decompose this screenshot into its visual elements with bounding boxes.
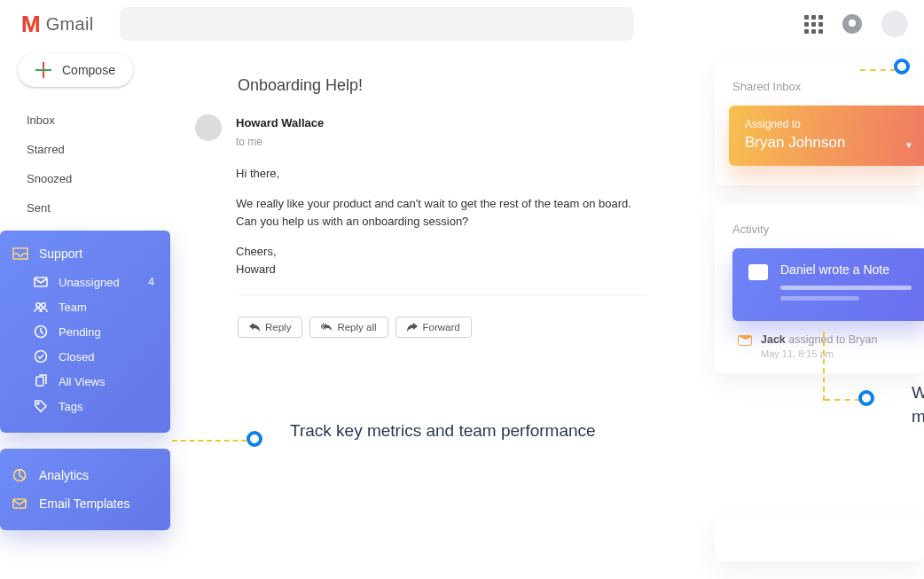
shared-inbox-label: Shared Inbox [732,80,924,93]
notifications-icon[interactable] [842,14,862,34]
note-line-placeholder [780,286,912,290]
callout-cut-text: W m [912,381,924,428]
pie-chart-icon [12,468,27,482]
svg-rect-5 [36,377,43,386]
note-title: Daniel wrote a Note [780,262,912,277]
support-header[interactable]: Support [0,243,170,270]
support-tags[interactable]: Tags [0,394,170,419]
envelope-icon [12,497,27,511]
shared-inbox-card: Shared Inbox Assigned to Bryan Johnson ▼ [715,62,924,185]
compose-button[interactable]: Compose [18,53,133,87]
svg-point-1 [36,303,41,308]
gmail-m-icon: M [21,11,41,38]
svg-rect-8 [13,499,26,508]
recipient-line[interactable]: to me [236,134,631,151]
support-panel: Support Unassigned 4 Team Pending Closed… [0,231,170,433]
nav-snoozed[interactable]: Snoozed [27,172,170,185]
support-team[interactable]: Team [0,294,170,319]
nav-starred[interactable]: Starred [27,143,170,156]
clock-icon [34,325,48,339]
compose-label: Compose [62,63,115,77]
activity-text: assigned to Bryan [788,333,877,346]
copy-icon [34,374,48,388]
sender-avatar[interactable] [195,114,222,141]
nav-sent[interactable]: Sent [27,201,170,215]
support-pending[interactable]: Pending [0,319,170,344]
right-panel: Shared Inbox Assigned to Bryan Johnson ▼… [715,62,924,561]
support-unassigned[interactable]: Unassigned 4 [0,270,170,294]
forward-arrow-icon [407,323,418,332]
forward-button[interactable]: Forward [395,317,472,338]
callout-marker-icon [894,59,910,74]
support-all-views[interactable]: All Views [0,369,170,394]
callout-marker-icon [858,390,874,406]
account-avatar[interactable] [881,11,908,37]
inbox-tray-icon [12,247,28,260]
chevron-down-icon: ▼ [904,140,913,150]
sender-name[interactable]: Howard Wallace [236,114,631,132]
activity-note[interactable]: Daniel wrote a Note [732,248,924,321]
nav-inbox[interactable]: Inbox [27,113,170,127]
email-signer: Howard [236,261,631,278]
activity-actor: Jack [761,333,786,346]
email-greeting: Hi there, [236,165,631,183]
note-icon [748,264,768,280]
activity-card: Activity Daniel wrote a Note Jack assign… [715,205,924,373]
activity-row[interactable]: Jack assigned to Bryan [732,321,924,346]
support-closed[interactable]: Closed [0,344,170,369]
svg-point-6 [37,403,39,404]
brand-text: Gmail [46,14,94,35]
assignee-dropdown[interactable]: Assigned to Bryan Johnson ▼ [729,106,924,166]
email-view: Onboarding Help! Howard Wallace to me Hi… [195,76,647,338]
divider [238,294,647,295]
analytics-callout: Track key metrics and team performance [290,419,596,443]
svg-point-2 [42,303,46,308]
activity-timestamp: May 11, 8:15 pm [732,348,924,359]
assignee-name: Bryan Johnson [745,134,912,152]
activity-label: Activity [732,223,924,236]
reply-all-button[interactable]: Reply all [309,317,388,338]
unassigned-count: 4 [148,276,154,288]
email-signoff: Cheers, [236,243,631,261]
header: M Gmail [0,0,924,48]
nav-primary: Inbox Starred Snoozed Sent [0,113,170,215]
check-circle-icon [34,349,48,364]
nav-analytics[interactable]: Analytics [0,461,170,489]
connector-line [860,69,896,71]
tools-panel: Analytics Email Templates [0,449,170,530]
connector-line [825,399,860,401]
assigned-to-label: Assigned to [745,118,912,130]
support-title: Support [39,246,82,261]
plus-icon [35,62,51,78]
sidebar: Compose Inbox Starred Snoozed Sent Suppo… [0,53,170,530]
gmail-logo[interactable]: M Gmail [21,11,93,38]
nav-email-templates[interactable]: Email Templates [0,489,170,518]
reply-button[interactable]: Reply [238,317,302,338]
card-placeholder [715,517,924,561]
reply-arrow-icon [249,323,260,332]
note-line-placeholder [780,296,859,301]
apps-icon[interactable] [804,15,823,34]
connector-line [823,332,825,401]
svg-rect-0 [35,278,47,286]
reply-all-arrow-icon [321,323,332,332]
envelope-icon [34,275,48,289]
search-input[interactable] [120,7,634,41]
callout-marker-icon [247,431,262,447]
connector-line [172,440,255,442]
envelope-icon [738,335,752,346]
tag-icon [34,399,48,413]
email-subject: Onboarding Help! [238,76,647,95]
email-body-line: We really like your product and can't wa… [236,195,631,213]
team-icon [34,300,48,314]
email-body-line: Can you help us with an onboarding sessi… [236,213,631,231]
